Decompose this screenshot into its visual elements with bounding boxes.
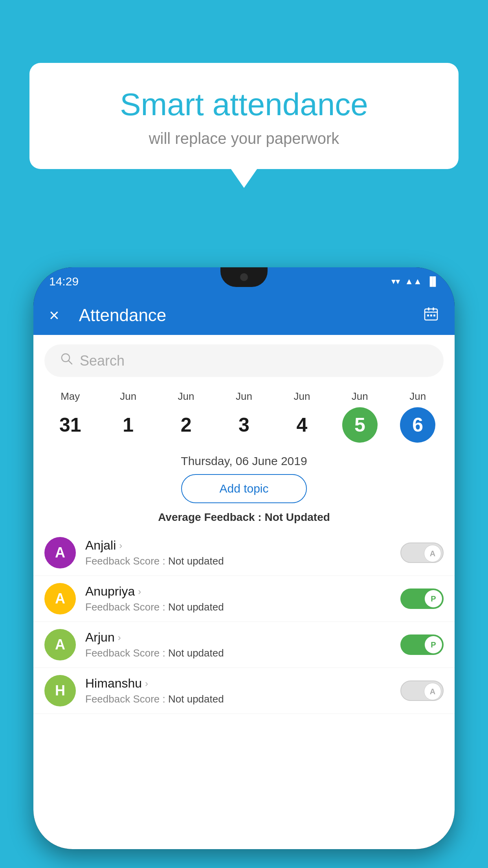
notch <box>220 267 268 287</box>
student-avatar-1: A <box>44 583 76 614</box>
svg-rect-4 <box>427 314 429 316</box>
cal-date: 1 <box>110 407 146 443</box>
student-item-2: AArjun ›Feedback Score : Not updatedP <box>33 622 455 668</box>
toggle-knob-3: A <box>424 683 441 700</box>
cal-month: Jun <box>409 390 426 403</box>
status-icons: ▾▾ ▲▲ ▐▌ <box>391 276 439 287</box>
avg-feedback-value: Not Updated <box>264 511 330 523</box>
attendance-toggle-2[interactable]: P <box>400 634 444 655</box>
calendar-day-2[interactable]: Jun2 <box>157 390 215 443</box>
student-item-1: AAnupriya ›Feedback Score : Not updatedP <box>33 576 455 622</box>
selected-date-label: Thursday, 06 June 2019 <box>33 451 455 474</box>
avg-feedback-label: Average Feedback : <box>158 511 262 523</box>
cal-month: Jun <box>352 390 368 403</box>
attendance-toggle-1[interactable]: P <box>400 588 444 609</box>
phone-frame: 14:29 ▾▾ ▲▲ ▐▌ × Attendance <box>33 267 455 849</box>
student-name-3[interactable]: Himanshu › <box>85 676 391 691</box>
cal-month: May <box>61 390 80 403</box>
app-bar-title: Attendance <box>79 305 423 325</box>
svg-rect-5 <box>430 314 432 316</box>
close-button[interactable]: × <box>49 305 59 325</box>
student-feedback-1: Feedback Score : Not updated <box>85 601 391 613</box>
camera <box>240 273 248 281</box>
signal-icon: ▲▲ <box>405 276 422 287</box>
status-bar: 14:29 ▾▾ ▲▲ ▐▌ <box>33 267 455 296</box>
attendance-toggle-0[interactable]: A <box>400 542 444 563</box>
app-bar: × Attendance <box>33 296 455 335</box>
chevron-icon: › <box>118 632 121 643</box>
phone-content: Search May31Jun1Jun2Jun3Jun4Jun5Jun6 Thu… <box>33 335 455 849</box>
status-time: 14:29 <box>49 275 79 288</box>
cal-date: 3 <box>226 407 262 443</box>
calendar-day-1[interactable]: Jun1 <box>99 390 157 443</box>
phone-frame-wrapper: 14:29 ▾▾ ▲▲ ▐▌ × Attendance <box>33 267 455 868</box>
bubble-title: Smart attendance <box>49 86 439 123</box>
cal-date: 4 <box>284 407 319 443</box>
toggle-knob-2: P <box>425 636 442 653</box>
cal-month: Jun <box>294 390 310 403</box>
student-info-0: Anjali ›Feedback Score : Not updated <box>85 538 391 567</box>
svg-rect-3 <box>433 307 434 311</box>
student-feedback-3: Feedback Score : Not updated <box>85 693 391 705</box>
cal-month: Jun <box>120 390 136 403</box>
battery-icon: ▐▌ <box>427 276 439 287</box>
chevron-icon: › <box>138 586 141 597</box>
chevron-icon: › <box>145 678 148 689</box>
svg-rect-6 <box>433 314 435 316</box>
cal-month: Jun <box>236 390 252 403</box>
calendar-day-4[interactable]: Jun4 <box>273 390 331 443</box>
calendar-day-6[interactable]: Jun6 <box>389 390 447 443</box>
svg-line-8 <box>68 360 72 364</box>
student-name-1[interactable]: Anupriya › <box>85 584 391 599</box>
add-topic-button[interactable]: Add topic <box>181 474 307 503</box>
calendar-day-0[interactable]: May31 <box>41 390 99 443</box>
student-info-1: Anupriya ›Feedback Score : Not updated <box>85 584 391 613</box>
calendar-day-5[interactable]: Jun5 <box>331 390 389 443</box>
search-bar[interactable]: Search <box>44 344 444 377</box>
search-icon <box>60 352 73 369</box>
cal-date: 2 <box>169 407 204 443</box>
search-input[interactable]: Search <box>80 353 428 369</box>
calendar-icon[interactable] <box>423 306 439 325</box>
attendance-toggle-3[interactable]: A <box>400 680 444 701</box>
student-avatar-2: A <box>44 629 76 660</box>
student-info-3: Himanshu ›Feedback Score : Not updated <box>85 676 391 705</box>
calendar-strip: May31Jun1Jun2Jun3Jun4Jun5Jun6 <box>33 386 455 451</box>
speech-bubble: Smart attendance will replace your paper… <box>29 63 459 169</box>
student-name-0[interactable]: Anjali › <box>85 538 391 553</box>
calendar-day-3[interactable]: Jun3 <box>215 390 273 443</box>
student-list: AAnjali ›Feedback Score : Not updatedAAA… <box>33 530 455 714</box>
student-feedback-2: Feedback Score : Not updated <box>85 647 391 659</box>
bubble-subtitle: will replace your paperwork <box>49 130 439 147</box>
student-name-2[interactable]: Arjun › <box>85 630 391 645</box>
student-feedback-0: Feedback Score : Not updated <box>85 555 391 567</box>
student-avatar-0: A <box>44 537 76 568</box>
student-info-2: Arjun ›Feedback Score : Not updated <box>85 630 391 659</box>
student-item-3: HHimanshu ›Feedback Score : Not updatedA <box>33 668 455 714</box>
average-feedback: Average Feedback : Not Updated <box>33 511 455 524</box>
chevron-icon: › <box>119 540 122 551</box>
svg-rect-2 <box>428 307 429 311</box>
wifi-icon: ▾▾ <box>391 276 400 287</box>
cal-month: Jun <box>178 390 194 403</box>
toggle-knob-0: A <box>424 545 441 562</box>
student-avatar-3: H <box>44 675 76 706</box>
cal-date: 6 <box>400 407 435 443</box>
cal-date: 31 <box>53 407 88 443</box>
cal-date: 5 <box>342 407 378 443</box>
toggle-knob-1: P <box>425 590 442 607</box>
student-item-0: AAnjali ›Feedback Score : Not updatedA <box>33 530 455 576</box>
